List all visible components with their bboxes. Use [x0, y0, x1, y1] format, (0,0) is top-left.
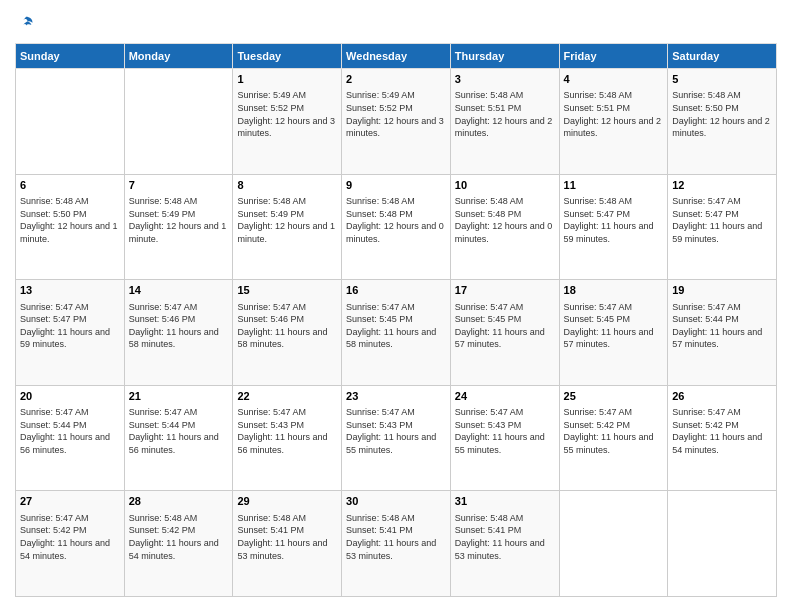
calendar-cell: 8Sunrise: 5:48 AM Sunset: 5:49 PM Daylig…: [233, 174, 342, 280]
calendar-cell: [16, 69, 125, 175]
calendar-cell: [559, 491, 668, 597]
calendar-cell: 24Sunrise: 5:47 AM Sunset: 5:43 PM Dayli…: [450, 385, 559, 491]
day-header-friday: Friday: [559, 44, 668, 69]
header: [15, 15, 777, 33]
cell-content: Sunrise: 5:47 AM Sunset: 5:44 PM Dayligh…: [672, 301, 772, 351]
day-number: 19: [672, 283, 772, 298]
cell-content: Sunrise: 5:47 AM Sunset: 5:44 PM Dayligh…: [129, 406, 229, 456]
day-number: 7: [129, 178, 229, 193]
cell-content: Sunrise: 5:48 AM Sunset: 5:48 PM Dayligh…: [455, 195, 555, 245]
cell-content: Sunrise: 5:47 AM Sunset: 5:43 PM Dayligh…: [455, 406, 555, 456]
day-number: 18: [564, 283, 664, 298]
calendar-cell: 9Sunrise: 5:48 AM Sunset: 5:48 PM Daylig…: [342, 174, 451, 280]
calendar-cell: 29Sunrise: 5:48 AM Sunset: 5:41 PM Dayli…: [233, 491, 342, 597]
day-number: 31: [455, 494, 555, 509]
cell-content: Sunrise: 5:47 AM Sunset: 5:47 PM Dayligh…: [672, 195, 772, 245]
cell-content: Sunrise: 5:48 AM Sunset: 5:49 PM Dayligh…: [129, 195, 229, 245]
logo: [15, 15, 35, 33]
calendar-cell: 27Sunrise: 5:47 AM Sunset: 5:42 PM Dayli…: [16, 491, 125, 597]
day-header-saturday: Saturday: [668, 44, 777, 69]
cell-content: Sunrise: 5:47 AM Sunset: 5:42 PM Dayligh…: [564, 406, 664, 456]
day-number: 2: [346, 72, 446, 87]
calendar-cell: 22Sunrise: 5:47 AM Sunset: 5:43 PM Dayli…: [233, 385, 342, 491]
calendar-cell: 6Sunrise: 5:48 AM Sunset: 5:50 PM Daylig…: [16, 174, 125, 280]
cell-content: Sunrise: 5:48 AM Sunset: 5:47 PM Dayligh…: [564, 195, 664, 245]
day-header-sunday: Sunday: [16, 44, 125, 69]
calendar-cell: 12Sunrise: 5:47 AM Sunset: 5:47 PM Dayli…: [668, 174, 777, 280]
day-number: 16: [346, 283, 446, 298]
cell-content: Sunrise: 5:48 AM Sunset: 5:51 PM Dayligh…: [455, 89, 555, 139]
cell-content: Sunrise: 5:47 AM Sunset: 5:43 PM Dayligh…: [346, 406, 446, 456]
calendar-cell: 17Sunrise: 5:47 AM Sunset: 5:45 PM Dayli…: [450, 280, 559, 386]
cell-content: Sunrise: 5:48 AM Sunset: 5:49 PM Dayligh…: [237, 195, 337, 245]
calendar-cell: 16Sunrise: 5:47 AM Sunset: 5:45 PM Dayli…: [342, 280, 451, 386]
day-header-thursday: Thursday: [450, 44, 559, 69]
day-number: 10: [455, 178, 555, 193]
day-number: 4: [564, 72, 664, 87]
cell-content: Sunrise: 5:48 AM Sunset: 5:50 PM Dayligh…: [672, 89, 772, 139]
calendar-cell: 15Sunrise: 5:47 AM Sunset: 5:46 PM Dayli…: [233, 280, 342, 386]
day-number: 13: [20, 283, 120, 298]
calendar: SundayMondayTuesdayWednesdayThursdayFrid…: [15, 43, 777, 597]
day-number: 9: [346, 178, 446, 193]
cell-content: Sunrise: 5:49 AM Sunset: 5:52 PM Dayligh…: [346, 89, 446, 139]
day-number: 1: [237, 72, 337, 87]
calendar-cell: 5Sunrise: 5:48 AM Sunset: 5:50 PM Daylig…: [668, 69, 777, 175]
calendar-cell: 30Sunrise: 5:48 AM Sunset: 5:41 PM Dayli…: [342, 491, 451, 597]
cell-content: Sunrise: 5:49 AM Sunset: 5:52 PM Dayligh…: [237, 89, 337, 139]
day-number: 6: [20, 178, 120, 193]
cell-content: Sunrise: 5:47 AM Sunset: 5:44 PM Dayligh…: [20, 406, 120, 456]
cell-content: Sunrise: 5:47 AM Sunset: 5:43 PM Dayligh…: [237, 406, 337, 456]
day-number: 27: [20, 494, 120, 509]
cell-content: Sunrise: 5:47 AM Sunset: 5:45 PM Dayligh…: [455, 301, 555, 351]
day-header-tuesday: Tuesday: [233, 44, 342, 69]
cell-content: Sunrise: 5:48 AM Sunset: 5:42 PM Dayligh…: [129, 512, 229, 562]
calendar-cell: [668, 491, 777, 597]
cell-content: Sunrise: 5:47 AM Sunset: 5:42 PM Dayligh…: [672, 406, 772, 456]
day-number: 26: [672, 389, 772, 404]
day-header-monday: Monday: [124, 44, 233, 69]
day-number: 28: [129, 494, 229, 509]
logo-bird-icon: [17, 15, 35, 33]
cell-content: Sunrise: 5:47 AM Sunset: 5:45 PM Dayligh…: [564, 301, 664, 351]
day-number: 5: [672, 72, 772, 87]
day-header-wednesday: Wednesday: [342, 44, 451, 69]
day-number: 25: [564, 389, 664, 404]
day-number: 8: [237, 178, 337, 193]
cell-content: Sunrise: 5:47 AM Sunset: 5:46 PM Dayligh…: [237, 301, 337, 351]
cell-content: Sunrise: 5:48 AM Sunset: 5:51 PM Dayligh…: [564, 89, 664, 139]
day-number: 20: [20, 389, 120, 404]
calendar-cell: 19Sunrise: 5:47 AM Sunset: 5:44 PM Dayli…: [668, 280, 777, 386]
calendar-cell: 31Sunrise: 5:48 AM Sunset: 5:41 PM Dayli…: [450, 491, 559, 597]
day-number: 30: [346, 494, 446, 509]
day-number: 23: [346, 389, 446, 404]
day-number: 3: [455, 72, 555, 87]
cell-content: Sunrise: 5:48 AM Sunset: 5:50 PM Dayligh…: [20, 195, 120, 245]
day-number: 29: [237, 494, 337, 509]
cell-content: Sunrise: 5:48 AM Sunset: 5:41 PM Dayligh…: [346, 512, 446, 562]
calendar-cell: 3Sunrise: 5:48 AM Sunset: 5:51 PM Daylig…: [450, 69, 559, 175]
day-number: 21: [129, 389, 229, 404]
cell-content: Sunrise: 5:48 AM Sunset: 5:41 PM Dayligh…: [455, 512, 555, 562]
calendar-cell: 4Sunrise: 5:48 AM Sunset: 5:51 PM Daylig…: [559, 69, 668, 175]
calendar-cell: 1Sunrise: 5:49 AM Sunset: 5:52 PM Daylig…: [233, 69, 342, 175]
cell-content: Sunrise: 5:48 AM Sunset: 5:41 PM Dayligh…: [237, 512, 337, 562]
cell-content: Sunrise: 5:48 AM Sunset: 5:48 PM Dayligh…: [346, 195, 446, 245]
day-number: 12: [672, 178, 772, 193]
calendar-cell: 25Sunrise: 5:47 AM Sunset: 5:42 PM Dayli…: [559, 385, 668, 491]
calendar-cell: 11Sunrise: 5:48 AM Sunset: 5:47 PM Dayli…: [559, 174, 668, 280]
calendar-cell: 23Sunrise: 5:47 AM Sunset: 5:43 PM Dayli…: [342, 385, 451, 491]
cell-content: Sunrise: 5:47 AM Sunset: 5:46 PM Dayligh…: [129, 301, 229, 351]
calendar-cell: 21Sunrise: 5:47 AM Sunset: 5:44 PM Dayli…: [124, 385, 233, 491]
calendar-cell: [124, 69, 233, 175]
day-number: 17: [455, 283, 555, 298]
day-number: 15: [237, 283, 337, 298]
calendar-cell: 13Sunrise: 5:47 AM Sunset: 5:47 PM Dayli…: [16, 280, 125, 386]
cell-content: Sunrise: 5:47 AM Sunset: 5:42 PM Dayligh…: [20, 512, 120, 562]
day-number: 14: [129, 283, 229, 298]
day-number: 24: [455, 389, 555, 404]
day-number: 22: [237, 389, 337, 404]
cell-content: Sunrise: 5:47 AM Sunset: 5:45 PM Dayligh…: [346, 301, 446, 351]
calendar-cell: 14Sunrise: 5:47 AM Sunset: 5:46 PM Dayli…: [124, 280, 233, 386]
calendar-cell: 28Sunrise: 5:48 AM Sunset: 5:42 PM Dayli…: [124, 491, 233, 597]
